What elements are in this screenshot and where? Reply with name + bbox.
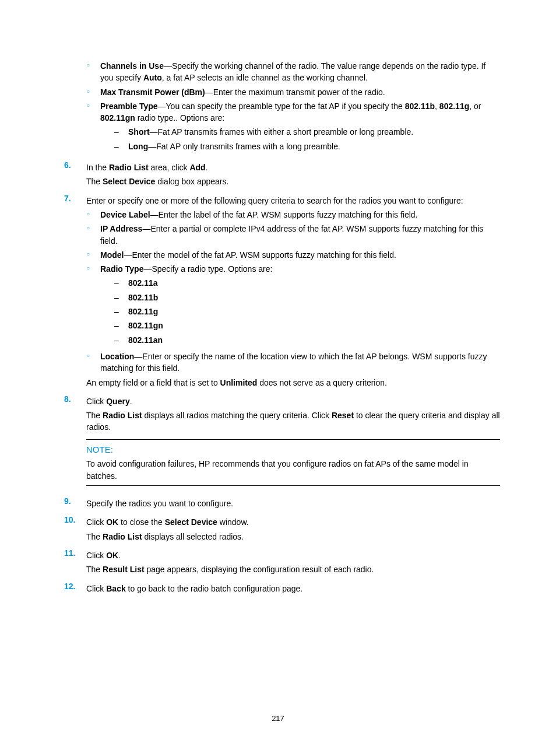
circle-icon: ○ xyxy=(86,223,100,247)
dash-icon: – xyxy=(114,306,128,317)
sub-item: ○ Channels in Use—Specify the working ch… xyxy=(86,60,500,84)
step-number: 11. xyxy=(56,547,78,578)
dash-icon: – xyxy=(114,320,128,331)
term-bold: 802.11g xyxy=(439,102,469,111)
term: Preamble Type xyxy=(100,102,158,111)
step-6: 6. In the Radio List area, click Add. Th… xyxy=(56,159,500,190)
term: Device Label xyxy=(100,210,150,219)
term: Max Transmit Power (dBm) xyxy=(100,88,205,97)
term: 802.11an xyxy=(128,335,163,345)
term: 802.11g xyxy=(128,307,158,316)
body-text: —You can specify the preamble type for t… xyxy=(158,102,405,111)
term: Location xyxy=(100,352,134,361)
body-text: —Fat AP only transmits frames with a lon… xyxy=(148,142,340,151)
body-text: —Enter the maximum transmit power of the… xyxy=(205,88,385,97)
step-number: 8. xyxy=(56,393,78,493)
term: IP Address xyxy=(100,224,142,233)
step-number: 7. xyxy=(56,192,78,391)
circle-icon: ○ xyxy=(86,209,100,220)
circle-icon: ○ xyxy=(86,263,100,348)
note-label: NOTE: xyxy=(86,443,500,456)
dash-icon: – xyxy=(114,334,128,346)
term: Model xyxy=(100,250,124,260)
term: Short xyxy=(128,127,150,136)
subsub-item: –802.11gn xyxy=(100,320,500,331)
page-number: 217 xyxy=(56,713,500,724)
subsub-item: – Short—Fat AP transmits frames with eit… xyxy=(100,126,500,138)
subsub-item: –802.11g xyxy=(100,306,500,317)
dash-icon: – xyxy=(114,141,128,152)
subsub-item: –802.11a xyxy=(100,277,500,289)
note-block: NOTE: To avoid configuration failures, H… xyxy=(86,439,500,486)
circle-icon: ○ xyxy=(86,86,100,98)
dash-icon: – xyxy=(114,277,128,289)
term: 802.11gn xyxy=(128,321,163,330)
circle-icon: ○ xyxy=(86,100,100,155)
sub-item: ○ Radio Type—Specify a radio type. Optio… xyxy=(86,263,500,348)
body-text: Enter or specify one or more of the foll… xyxy=(86,195,500,206)
subsub-item: –802.11b xyxy=(100,292,500,303)
step-11: 11. Click OK. The Result List page appea… xyxy=(56,547,500,578)
sub-item: ○ Max Transmit Power (dBm)—Enter the max… xyxy=(86,86,500,98)
body-text: —Enter or specify the name of the locati… xyxy=(100,352,487,373)
step-number: 9. xyxy=(56,495,78,512)
dash-icon: – xyxy=(114,292,128,303)
step-number: 12. xyxy=(56,580,78,597)
sub-item: ○ Preamble Type—You can specify the prea… xyxy=(86,100,500,155)
body-text: Specify the radios you want to configure… xyxy=(86,498,500,509)
term-bold: 802.11b xyxy=(405,102,435,111)
step-10: 10. Click OK to close the Select Device … xyxy=(56,514,500,545)
step-number: 10. xyxy=(56,514,78,545)
circle-icon: ○ xyxy=(86,249,100,261)
term-bold: Auto xyxy=(143,73,162,82)
term: 802.11a xyxy=(128,278,158,288)
term-bold: 802.11gn xyxy=(100,113,135,123)
step-8: 8. Click Query. The Radio List displays … xyxy=(56,393,500,493)
subsub-item: –802.11an xyxy=(100,334,500,346)
body-text: —Enter the label of the fat AP. WSM supp… xyxy=(150,210,418,219)
body-text: , a fat AP selects an idle channel as th… xyxy=(162,73,368,82)
sub-item: ○ Model—Enter the model of the fat AP. W… xyxy=(86,249,500,261)
step-continuation: ○ Channels in Use—Specify the working ch… xyxy=(56,58,500,157)
term: 802.11b xyxy=(128,293,158,302)
term: Channels in Use xyxy=(100,61,164,71)
sub-item: ○ IP Address—Enter a partial or complete… xyxy=(86,223,500,247)
step-number: 6. xyxy=(56,159,78,190)
document-page: ○ Channels in Use—Specify the working ch… xyxy=(0,0,556,754)
step-9: 9. Specify the radios you want to config… xyxy=(56,495,500,512)
step-7: 7. Enter or specify one or more of the f… xyxy=(56,192,500,391)
sub-item: ○ Location—Enter or specify the name of … xyxy=(86,351,500,374)
dash-icon: – xyxy=(114,126,128,138)
note-text: To avoid configuration failures, HP reco… xyxy=(86,458,500,486)
term: Long xyxy=(128,142,148,151)
sub-item: ○ Device Label—Enter the label of the fa… xyxy=(86,209,500,220)
body-text: —Enter the model of the fat AP. WSM supp… xyxy=(124,250,396,260)
subsub-item: – Long—Fat AP only transmits frames with… xyxy=(100,141,500,152)
step-12: 12. Click Back to go back to the radio b… xyxy=(56,580,500,597)
term: Radio Type xyxy=(100,264,143,274)
body-text: radio type.. Options are: xyxy=(135,113,224,123)
circle-icon: ○ xyxy=(86,351,100,374)
body-text: —Enter a partial or complete IPv4 addres… xyxy=(100,224,483,245)
body-text: —Specify a radio type. Options are: xyxy=(143,264,272,274)
body-text: —Fat AP transmits frames with either a s… xyxy=(150,127,414,136)
circle-icon: ○ xyxy=(86,60,100,84)
